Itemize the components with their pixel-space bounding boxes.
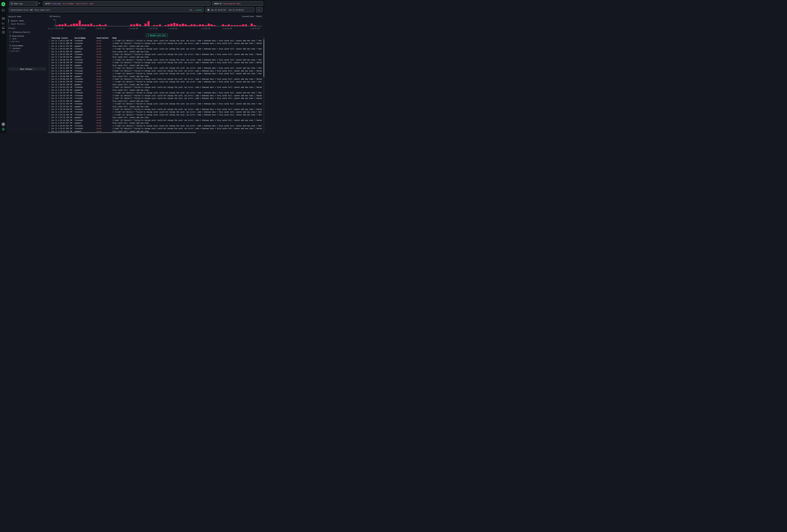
service-load-more[interactable]: Load more xyxy=(9,50,19,52)
table-row[interactable]: Jun 11 1:55:59.760 PMpaymenterrorVisa ca… xyxy=(48,89,262,91)
severity-load-more[interactable]: Load more xyxy=(9,41,19,42)
histogram-bar[interactable] xyxy=(76,24,78,26)
table-row[interactable]: Jun 11 1:56:38.534 PMpaymenterrorVisa ca… xyxy=(48,56,262,58)
table-row[interactable]: Jun 11 1:56:51.982 PMfrontenderror× {"co… xyxy=(48,39,262,42)
histogram-bar[interactable] xyxy=(190,24,193,26)
table-row[interactable]: Jun 11 1:56:51.980 PMfrontenderror{"code… xyxy=(48,42,262,45)
log-source-select[interactable]: Demo Logs xyxy=(9,1,38,6)
histogram-bar[interactable] xyxy=(139,24,141,26)
histogram-bar[interactable] xyxy=(185,24,187,26)
mode-event-patterns[interactable]: Event Patterns xyxy=(11,23,25,25)
table-row[interactable]: Jun 11 1:55:16.302 PMfrontenderror× {"co… xyxy=(48,113,262,116)
histogram-bar[interactable] xyxy=(87,24,89,26)
table-row[interactable]: Jun 11 1:55:07.827 PMpaymenterrorVisa ca… xyxy=(48,122,262,124)
histogram-bar[interactable] xyxy=(73,24,75,26)
split-panel-icon[interactable] xyxy=(2,9,5,12)
histogram-bar[interactable] xyxy=(242,24,244,26)
table-row[interactable]: Jun 11 1:55:59.767 PMfrontenderror× {"co… xyxy=(48,91,262,94)
table-row[interactable]: Jun 11 1:56:38.540 PMfrontenderror{"code… xyxy=(48,61,262,64)
table-row[interactable]: Jun 11 1:55:51.452 PMfrontenderror{"code… xyxy=(48,97,262,100)
histogram-bar[interactable] xyxy=(199,24,201,26)
histogram-bar[interactable] xyxy=(82,24,84,26)
histogram-bar[interactable] xyxy=(70,24,72,26)
histogram-bar[interactable] xyxy=(176,24,178,26)
histogram-bar[interactable] xyxy=(90,24,92,26)
line-chart-icon[interactable] xyxy=(2,22,5,24)
histogram-bar[interactable] xyxy=(170,24,172,26)
histogram-bar[interactable] xyxy=(64,24,67,26)
table-row[interactable]: Jun 11 1:55:39.324 PMpaymenterrorVisa ca… xyxy=(48,105,262,108)
table-row[interactable]: Jun 11 1:56:03.248 PMpaymenterrorVisa ca… xyxy=(48,83,262,86)
table-row[interactable]: Jun 11 1:56:42.995 PMpaymenterrorVisa ca… xyxy=(48,50,262,53)
histogram-bar[interactable] xyxy=(182,24,184,26)
histogram-bar[interactable] xyxy=(79,20,81,26)
histogram-bar[interactable] xyxy=(99,24,101,26)
histogram-bar[interactable] xyxy=(159,24,161,26)
col-body[interactable]: Body xyxy=(112,37,262,39)
select-query-input[interactable]: SELECT Timestamp, ServiceName, SeverityT… xyxy=(43,1,210,6)
col-timestamp[interactable]: Timestamp (Local) xyxy=(51,37,75,39)
histogram-bar[interactable] xyxy=(148,21,150,26)
table-row[interactable]: Jun 11 1:56:32.848 PMfrontenderror{"code… xyxy=(48,69,262,72)
table-row[interactable]: Jun 11 1:56:51.975 PMpaymenterrorVisa ca… xyxy=(48,45,262,47)
laptop-icon[interactable] xyxy=(2,27,5,29)
more-filters-button[interactable]: More filters xyxy=(8,67,46,71)
filter-group-severitytext[interactable]: SeverityText xyxy=(12,35,24,37)
histogram-bar[interactable] xyxy=(59,24,61,26)
table-row[interactable]: Jun 11 1:56:38.542 PMfrontenderror× {"co… xyxy=(48,58,262,61)
table-row[interactable]: Jun 11 1:55:51.454 PMfrontenderror× {"co… xyxy=(48,102,262,105)
histogram-bar[interactable] xyxy=(145,24,147,26)
dashboard-grid-icon[interactable] xyxy=(2,31,5,34)
help-button[interactable]: ? xyxy=(2,123,5,126)
column-resize-handle[interactable]: ⋮ xyxy=(95,37,97,39)
table-row[interactable]: Jun 11 1:56:32.849 PMfrontenderror× {"co… xyxy=(48,67,262,69)
table-row[interactable]: Jun 11 1:56:43.001 PMfrontenderror× {"co… xyxy=(48,47,262,50)
table-row[interactable]: Jun 11 1:56:08.956 PMfrontenderror× {"co… xyxy=(48,72,262,75)
histogram-bar[interactable] xyxy=(136,24,138,26)
table-row[interactable]: Jun 11 1:55:51.448 PMpaymenterrorVisa ca… xyxy=(48,100,262,102)
table-row[interactable]: Jun 11 1:55:39.331 PMfrontenderror× {"co… xyxy=(48,111,262,113)
toggle-sql[interactable]: SQL xyxy=(190,9,192,11)
histogram-bar[interactable] xyxy=(61,24,64,26)
column-resize-handle[interactable]: ⋮ xyxy=(73,37,75,39)
time-range-picker[interactable]: Jun 11 13:41:52 - Jun 11 13:56:52 xyxy=(206,7,254,12)
histogram-bar[interactable] xyxy=(245,24,247,26)
user-avatar[interactable]: U xyxy=(2,127,5,131)
histogram-bar[interactable] xyxy=(130,24,132,26)
gear-icon[interactable]: ⚙ xyxy=(39,2,40,4)
table-row[interactable]: Jun 11 1:56:08.955 PMfrontenderror{"code… xyxy=(48,78,262,80)
table-row[interactable]: Jun 11 1:56:32.843 PMpaymenterrorVisa ca… xyxy=(48,64,262,67)
resume-live-tail-button[interactable]: Resume Live Tail xyxy=(146,34,168,37)
column-resize-handle[interactable]: ⋮ xyxy=(111,37,112,39)
histogram-bar[interactable] xyxy=(173,23,175,26)
order-by-input[interactable]: ORDER BY TimestampTime DESC xyxy=(212,1,263,6)
filter-group-servicename[interactable]: ServiceName xyxy=(12,45,23,47)
run-query-button[interactable]: ▷ xyxy=(256,7,262,12)
table-row[interactable]: Jun 11 1:56:03.254 PMfrontenderror× {"co… xyxy=(48,81,262,83)
histogram-bar[interactable] xyxy=(84,24,87,26)
histogram-bar[interactable] xyxy=(210,24,213,26)
histogram-bar[interactable] xyxy=(208,24,210,26)
table-row[interactable]: Jun 11 1:56:03.252 PMfrontenderror{"code… xyxy=(48,86,262,89)
horizontal-scrollbar-thumb[interactable] xyxy=(48,132,196,133)
search-query-input[interactable]: SeverityText:error AND "Visa cache full"… xyxy=(9,7,204,12)
mode-results-table[interactable]: Results Table xyxy=(11,20,24,22)
histogram-bar[interactable] xyxy=(105,24,107,26)
column-resize-handle[interactable]: ⋮ xyxy=(261,37,263,39)
table-row[interactable]: Jun 11 1:55:16.296 PMpaymenterrorVisa ca… xyxy=(48,116,262,119)
app-logo[interactable] xyxy=(1,2,5,6)
toggle-lucene[interactable]: Lucene xyxy=(196,9,201,11)
table-row[interactable]: Jun 11 1:55:07.835 PMfrontenderror{"code… xyxy=(48,127,262,130)
col-severitytext[interactable]: SeverityText xyxy=(97,37,113,39)
histogram-bar[interactable] xyxy=(251,24,253,26)
histogram-bar[interactable] xyxy=(228,24,230,26)
table-row[interactable]: Jun 11 1:56:42.999 PMfrontenderror{"code… xyxy=(48,53,262,56)
histogram-bar[interactable] xyxy=(168,24,170,26)
histogram-bar[interactable] xyxy=(193,24,195,26)
service-checkout-checkbox[interactable] xyxy=(9,47,11,49)
vertical-scrollbar-thumb[interactable] xyxy=(263,39,264,77)
col-servicename[interactable]: ServiceName xyxy=(75,37,97,39)
table-row[interactable]: Jun 11 1:55:39.330 PMfrontenderror{"code… xyxy=(48,108,262,110)
denoise-checkbox[interactable] xyxy=(9,31,11,33)
histogram-bar[interactable] xyxy=(179,24,181,26)
